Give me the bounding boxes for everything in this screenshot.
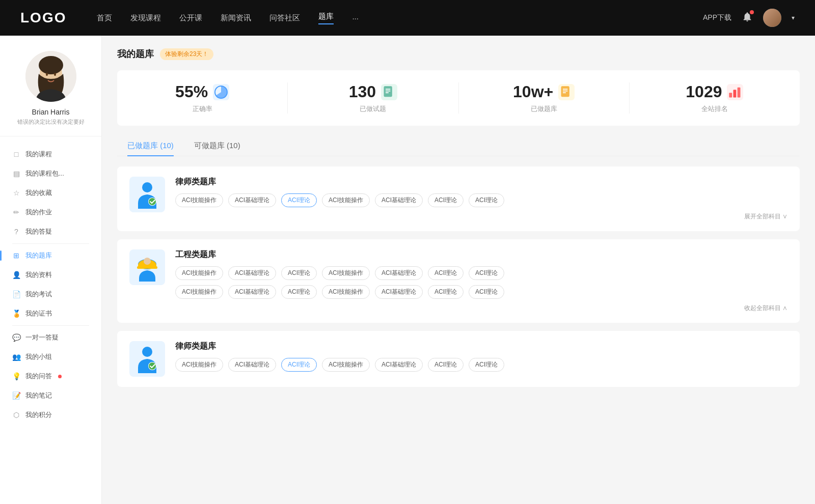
stat-done-quiz-label: 已做题库 [531,104,557,114]
bar-icon: ▤ [12,170,20,178]
sidebar-item-answers[interactable]: ? 我的答疑 [0,222,101,241]
tag-3-5[interactable]: ACI基础理论 [375,358,423,372]
sidebar-item-profile[interactable]: 👤 我的资料 [0,265,101,285]
nav-discover[interactable]: 发现课程 [130,13,161,23]
tag-1-3[interactable]: ACI理论 [281,193,317,207]
tag-1-5[interactable]: ACI基础理论 [375,193,423,207]
tag-1-2[interactable]: ACI基础理论 [228,193,276,207]
collapse-engineer[interactable]: 收起全部科目 ∧ [744,304,787,313]
tag-2-6[interactable]: ACI理论 [428,266,464,280]
sidebar-menu: □ 我的课程 ▤ 我的课程包... ☆ 我的收藏 ✏ 我的作业 ? 我的答疑 ⊞ [0,136,101,433]
nav-home[interactable]: 首页 [97,13,112,23]
stat-accuracy: 55% 正确率 [117,82,288,114]
tag-2-12[interactable]: ACI基础理论 [375,285,423,299]
sidebar-item-myqa[interactable]: 💡 我的问答 [0,367,101,386]
sidebar-item-favorites[interactable]: ☆ 我的收藏 [0,183,101,203]
nav-opencourse[interactable]: 公开课 [179,13,202,23]
sidebar-item-quiz-label: 我的题库 [25,251,52,260]
tag-3-4[interactable]: ACI技能操作 [322,358,370,372]
topic-icon-lawyer-1 [129,177,165,212]
tag-3-2[interactable]: ACI基础理论 [228,358,276,372]
user-name: Brian Harris [32,108,70,116]
chat-icon: 💬 [12,333,20,342]
svg-rect-16 [738,87,741,97]
sidebar-item-courses-label: 我的课程 [25,150,52,159]
sidebar-item-tutor-label: 一对一答疑 [25,333,59,342]
tag-2-3[interactable]: ACI理论 [281,266,317,280]
nav-quiz[interactable]: 题库 [318,12,334,24]
engineer-svg [133,253,161,282]
svg-point-4 [54,73,56,76]
svg-point-23 [142,347,152,357]
navbar: LOGO 首页 发现课程 公开课 新闻资讯 问答社区 题库 ··· APP下载 … [0,0,815,36]
tag-1-7[interactable]: ACI理论 [469,193,504,207]
topic-name-engineer: 工程类题库 [175,249,787,260]
svg-point-17 [142,182,152,192]
trial-badge: 体验剩余23天！ [160,48,213,60]
tag-3-6[interactable]: ACI理论 [428,358,464,372]
tag-2-14[interactable]: ACI理论 [469,285,504,299]
stat-done-quiz: 10w+ 已做题库 [459,82,630,114]
notification-dot [750,10,754,14]
user-avatar[interactable] [763,9,781,27]
tag-2-2[interactable]: ACI基础理论 [228,266,276,280]
tag-2-10[interactable]: ACI理论 [281,285,317,299]
sidebar-item-points[interactable]: ⬡ 我的积分 [0,405,101,425]
sidebar-item-exams[interactable]: 📄 我的考试 [0,285,101,304]
tag-2-5[interactable]: ACI基础理论 [375,266,423,280]
tag-2-7[interactable]: ACI理论 [469,266,504,280]
topic-header-2: 工程类题库 ACI技能操作 ACI基础理论 ACI理论 ACI技能操作 ACI基… [129,249,787,313]
stat-rank-row: 1029 [686,82,743,101]
tag-3-1[interactable]: ACI技能操作 [175,358,223,372]
doc2-icon: 📄 [12,290,20,298]
sidebar-item-group[interactable]: 👥 我的小组 [0,347,101,367]
sidebar-item-certificates[interactable]: 🏅 我的证书 [0,304,101,323]
tab-done[interactable]: 已做题库 (10) [117,136,184,156]
certificate-icon: 🏅 [12,310,20,318]
sidebar-item-quiz[interactable]: ⊞ 我的题库 [0,246,101,265]
tag-2-4[interactable]: ACI技能操作 [322,266,370,280]
nav-news[interactable]: 新闻资讯 [221,13,251,23]
svg-rect-10 [561,86,569,97]
topic-footer-1: 展开全部科目 ∨ [175,212,787,221]
tag-2-1[interactable]: ACI技能操作 [175,266,223,280]
sidebar-item-profile-label: 我的资料 [25,270,52,279]
stat-rank-label: 全站排名 [701,104,728,114]
logo[interactable]: LOGO [20,10,66,26]
sidebar-item-course-package[interactable]: ▤ 我的课程包... [0,164,101,183]
user-motto: 错误的决定比没有决定要好 [17,118,85,126]
topic-name-lawyer-1: 律师类题库 [175,177,787,187]
tag-2-13[interactable]: ACI理论 [428,285,464,299]
tag-3-3[interactable]: ACI理论 [281,358,317,372]
notification-bell[interactable] [742,11,753,24]
topic-tags-3: ACI技能操作 ACI基础理论 ACI理论 ACI技能操作 ACI基础理论 AC… [175,358,787,372]
tag-1-1[interactable]: ACI技能操作 [175,193,223,207]
sidebar-item-tutor[interactable]: 💬 一对一答疑 [0,328,101,347]
tag-1-4[interactable]: ACI技能操作 [322,193,370,207]
tag-2-8[interactable]: ACI技能操作 [175,285,223,299]
sidebar-item-certificates-label: 我的证书 [25,309,52,318]
sidebar-item-homework[interactable]: ✏ 我的作业 [0,203,101,222]
stat-accuracy-value: 55% [175,82,208,101]
tag-2-9[interactable]: ACI基础理论 [228,285,276,299]
myqa-dot [58,375,62,378]
sidebar-item-group-label: 我的小组 [25,352,52,361]
tag-3-7[interactable]: ACI理论 [469,358,504,372]
tag-2-11[interactable]: ACI技能操作 [322,285,370,299]
sidebar-item-exams-label: 我的考试 [25,290,52,299]
topic-content-3: 律师类题库 ACI技能操作 ACI基础理论 ACI理论 ACI技能操作 ACI基… [175,341,787,372]
pie-chart-icon [213,84,229,100]
tab-available[interactable]: 可做题库 (10) [184,136,251,156]
group-icon: 👥 [12,353,20,361]
chevron-down-icon[interactable]: ▾ [792,14,795,21]
expand-lawyer-1[interactable]: 展开全部科目 ∨ [744,212,787,221]
nav-qa[interactable]: 问答社区 [269,13,300,23]
nav-more[interactable]: ··· [352,14,359,22]
svg-point-2 [39,56,63,74]
sidebar-item-notes[interactable]: 📝 我的笔记 [0,386,101,405]
tag-1-6[interactable]: ACI理论 [428,193,464,207]
navbar-right: APP下载 ▾ [703,9,795,27]
svg-rect-21 [137,266,157,269]
app-download-button[interactable]: APP下载 [703,13,731,22]
sidebar-item-courses[interactable]: □ 我的课程 [0,145,101,164]
